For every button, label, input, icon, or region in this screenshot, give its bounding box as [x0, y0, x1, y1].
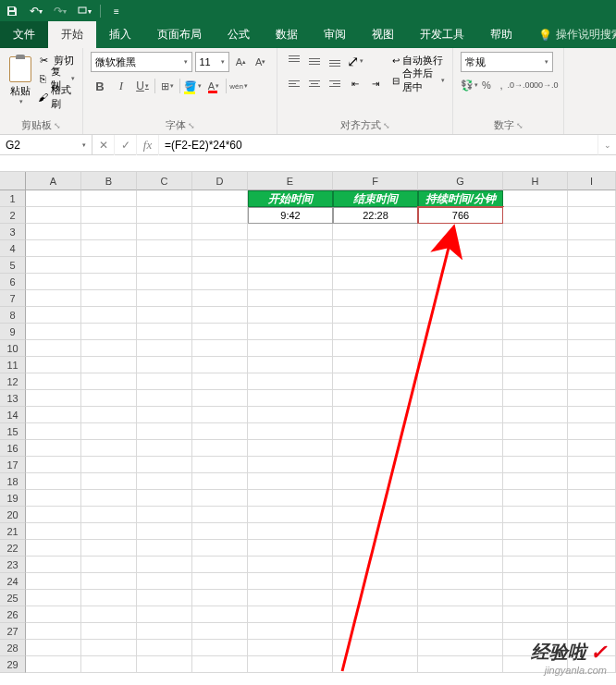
- cell-C11[interactable]: [137, 357, 192, 373]
- cell-A15[interactable]: [26, 423, 81, 440]
- cell-D14[interactable]: [192, 407, 248, 423]
- cell-B2[interactable]: [81, 207, 137, 224]
- cell-C14[interactable]: [137, 407, 192, 423]
- cell-G18[interactable]: [418, 473, 503, 490]
- cell-F15[interactable]: [333, 423, 418, 440]
- cell-H21[interactable]: [503, 523, 568, 540]
- row-header-18[interactable]: 18: [0, 473, 26, 490]
- cell-E22[interactable]: [248, 540, 333, 557]
- cell-A24[interactable]: [26, 573, 81, 590]
- formula-input[interactable]: =(F2-E2)*24*60: [159, 135, 598, 155]
- cell-F16[interactable]: [333, 440, 418, 457]
- cell-B13[interactable]: [81, 390, 137, 407]
- cell-H5[interactable]: [503, 257, 568, 274]
- cell-I20[interactable]: [568, 507, 616, 523]
- cell-A10[interactable]: [26, 340, 81, 357]
- cell-H1[interactable]: [503, 190, 568, 207]
- cell-I29[interactable]: [568, 656, 616, 673]
- cell-D1[interactable]: [192, 190, 248, 207]
- undo-icon[interactable]: ↶▾: [28, 3, 44, 19]
- cell-I28[interactable]: [568, 640, 616, 656]
- cell-G6[interactable]: [418, 274, 503, 290]
- align-middle-button[interactable]: [305, 52, 324, 70]
- cell-B11[interactable]: [81, 357, 137, 373]
- cell-A28[interactable]: [26, 640, 81, 656]
- cell-D15[interactable]: [192, 423, 248, 440]
- tab-formulas[interactable]: 公式: [215, 21, 263, 48]
- cell-C17[interactable]: [137, 457, 192, 473]
- cell-H8[interactable]: [503, 307, 568, 324]
- tab-developer[interactable]: 开发工具: [407, 21, 477, 48]
- column-header-E[interactable]: E: [248, 172, 333, 190]
- align-bottom-button[interactable]: [326, 52, 344, 70]
- tab-layout[interactable]: 页面布局: [144, 21, 215, 48]
- row-header-23[interactable]: 23: [0, 557, 26, 573]
- cell-F24[interactable]: [333, 573, 418, 590]
- cell-F23[interactable]: [333, 557, 418, 573]
- cell-I16[interactable]: [568, 440, 616, 457]
- cell-G5[interactable]: [418, 257, 503, 274]
- cell-B16[interactable]: [81, 440, 137, 457]
- cell-I17[interactable]: [568, 457, 616, 473]
- cell-D17[interactable]: [192, 457, 248, 473]
- cell-I14[interactable]: [568, 407, 616, 423]
- cell-H20[interactable]: [503, 507, 568, 523]
- cell-C26[interactable]: [137, 606, 192, 623]
- select-all-corner[interactable]: [0, 172, 26, 190]
- cell-H15[interactable]: [503, 423, 568, 440]
- cell-H23[interactable]: [503, 557, 568, 573]
- cell-C16[interactable]: [137, 440, 192, 457]
- row-header-16[interactable]: 16: [0, 440, 26, 457]
- cell-B14[interactable]: [81, 407, 137, 423]
- cell-D9[interactable]: [192, 324, 248, 340]
- cell-G4[interactable]: [418, 240, 503, 257]
- cell-H7[interactable]: [503, 290, 568, 307]
- cell-G27[interactable]: [418, 623, 503, 640]
- cell-G3[interactable]: [418, 224, 503, 240]
- cell-F26[interactable]: [333, 606, 418, 623]
- cell-E6[interactable]: [248, 274, 333, 290]
- cell-E4[interactable]: [248, 240, 333, 257]
- cell-I18[interactable]: [568, 473, 616, 490]
- cell-G19[interactable]: [418, 490, 503, 507]
- cell-G20[interactable]: [418, 507, 503, 523]
- row-header-14[interactable]: 14: [0, 407, 26, 423]
- row-header-7[interactable]: 7: [0, 290, 26, 307]
- cell-F14[interactable]: [333, 407, 418, 423]
- expand-formula-bar-button[interactable]: ⌄: [598, 135, 616, 155]
- cell-I1[interactable]: [568, 190, 616, 207]
- cell-I9[interactable]: [568, 324, 616, 340]
- cell-G28[interactable]: [418, 640, 503, 656]
- cell-F2[interactable]: 22:28: [333, 207, 418, 224]
- cell-H2[interactable]: [503, 207, 568, 224]
- cell-A18[interactable]: [26, 473, 81, 490]
- cell-B21[interactable]: [81, 523, 137, 540]
- cell-E9[interactable]: [248, 324, 333, 340]
- cell-A4[interactable]: [26, 240, 81, 257]
- cell-G26[interactable]: [418, 606, 503, 623]
- cell-D8[interactable]: [192, 307, 248, 324]
- cell-E24[interactable]: [248, 573, 333, 590]
- cell-C4[interactable]: [137, 240, 192, 257]
- cell-B24[interactable]: [81, 573, 137, 590]
- qat-customize-icon[interactable]: ▾: [76, 3, 92, 19]
- cell-A3[interactable]: [26, 224, 81, 240]
- row-header-1[interactable]: 1: [0, 190, 26, 207]
- cell-G11[interactable]: [418, 357, 503, 373]
- cell-F6[interactable]: [333, 274, 418, 290]
- cell-D10[interactable]: [192, 340, 248, 357]
- cell-I3[interactable]: [568, 224, 616, 240]
- column-header-C[interactable]: C: [137, 172, 192, 190]
- row-header-22[interactable]: 22: [0, 540, 26, 557]
- column-header-F[interactable]: F: [333, 172, 418, 190]
- cell-F9[interactable]: [333, 324, 418, 340]
- cell-F13[interactable]: [333, 390, 418, 407]
- cell-D21[interactable]: [192, 523, 248, 540]
- cell-G29[interactable]: [418, 656, 503, 673]
- cell-G21[interactable]: [418, 523, 503, 540]
- cell-C2[interactable]: [137, 207, 192, 224]
- cell-A5[interactable]: [26, 257, 81, 274]
- tab-search[interactable]: 💡操作说明搜索: [525, 21, 616, 48]
- cell-B6[interactable]: [81, 274, 137, 290]
- cell-H28[interactable]: [503, 640, 568, 656]
